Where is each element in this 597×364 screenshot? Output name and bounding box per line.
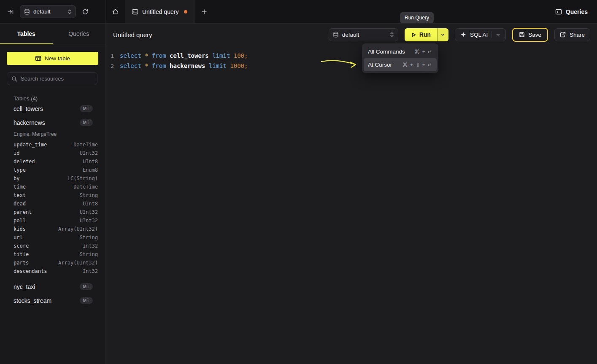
queries-icon [555, 8, 562, 15]
line-number: 1 [105, 53, 114, 59]
query-icon [132, 8, 138, 15]
code-text: select * from hackernews limit 1000; [120, 62, 248, 69]
column-row: timeDateTime [0, 183, 105, 191]
column-type: DateTime [73, 142, 98, 148]
share-button[interactable]: Share [554, 28, 590, 41]
hackernews-columns-list: update_timeDateTimeidUInt32deletedUInt8t… [0, 140, 105, 276]
column-name: dead [14, 201, 26, 207]
column-row: kidsArray(UInt32) [0, 225, 105, 233]
column-name: deleted [14, 159, 35, 164]
column-type: UInt32 [80, 150, 98, 156]
run-button[interactable]: Run [405, 28, 437, 41]
new-tab-button[interactable] [194, 0, 214, 23]
column-name: parts [14, 260, 29, 266]
column-type: String [80, 192, 98, 198]
run-menu-item[interactable]: All Commands⌘ + ↵ [364, 45, 437, 58]
untitled-query-tab[interactable]: Untitled query [125, 0, 194, 23]
table-item-hackernews[interactable]: hackernews MT [0, 116, 105, 129]
column-name: text [14, 192, 26, 198]
sql-ai-button[interactable]: SQL AI [455, 28, 506, 41]
column-name: type [14, 167, 26, 173]
engine-badge: MT [80, 297, 93, 304]
search-input[interactable] [21, 75, 95, 82]
column-type: LC(String) [68, 175, 98, 181]
column-name: update_time [14, 142, 47, 148]
sparkle-icon [460, 32, 466, 38]
column-type: String [80, 251, 98, 257]
home-icon [112, 8, 119, 15]
column-row: typeEnum8 [0, 166, 105, 174]
sql-ai-label: SQL AI [470, 32, 488, 38]
tables-section-header: Tables (4) [14, 95, 92, 102]
clickhouse-sql-console: default Untitled query [0, 0, 597, 364]
plus-icon [201, 9, 207, 15]
new-table-button[interactable]: New table [7, 52, 98, 65]
collapse-sidebar-button[interactable] [5, 6, 16, 17]
column-row: byLC(String) [0, 174, 105, 183]
search-icon [11, 76, 17, 82]
engine-badge: MT [80, 283, 93, 290]
column-name: url [14, 235, 23, 240]
database-selector-value: default [33, 8, 64, 15]
run-label: Run [419, 31, 431, 38]
column-row: idUInt32 [0, 149, 105, 157]
queries-button[interactable]: Queries [555, 8, 588, 15]
engine-badge: MT [80, 119, 93, 126]
column-type: Int32 [83, 268, 98, 274]
run-button-group: Run [405, 28, 448, 41]
column-type: String [80, 235, 98, 240]
topbar-database-selector[interactable]: default [20, 5, 76, 18]
menu-item-shortcut: ⌘ + ↵ [415, 49, 432, 55]
column-row: deletedUInt8 [0, 157, 105, 166]
run-menu-item[interactable]: At Cursor⌘ + ⇧ + ↵ [364, 58, 437, 71]
column-row: titleString [0, 250, 105, 259]
engine-label: Engine: MergeTree [0, 129, 105, 139]
topbar-left: default [0, 0, 105, 23]
column-name: score [14, 243, 29, 249]
column-type: Array(UInt32) [58, 226, 98, 232]
table-name: cell_towers [14, 105, 43, 112]
column-row: scoreInt32 [0, 242, 105, 250]
topbar-right: Queries [555, 0, 597, 23]
home-tab[interactable] [105, 0, 125, 23]
menu-item-label: All Commands [368, 49, 405, 55]
menu-item-shortcut: ⌘ + ⇧ + ↵ [403, 62, 432, 68]
column-name: time [14, 184, 26, 190]
chevron-down-icon [496, 32, 500, 37]
engine-badge: MT [80, 105, 93, 112]
column-row: pollUInt32 [0, 216, 105, 225]
column-name: title [14, 251, 29, 257]
column-type: DateTime [73, 184, 98, 190]
play-icon [411, 32, 416, 38]
database-selector-value: default [342, 32, 386, 38]
queries-label: Queries [566, 8, 588, 15]
run-query-tooltip: Run Query [400, 12, 434, 23]
refresh-button[interactable] [80, 6, 91, 17]
column-name: id [14, 150, 19, 156]
sidebar: Tables Queries New table Tables (4) cell… [0, 24, 105, 364]
table-item-stocks-stream[interactable]: stocks_stream MT [0, 294, 105, 307]
editor-database-selector[interactable]: default [329, 28, 398, 41]
sidebar-tab-queries[interactable]: Queries [53, 24, 105, 44]
column-type: Array(UInt32) [58, 260, 98, 266]
database-icon [333, 32, 339, 38]
save-button[interactable]: Save [512, 28, 548, 42]
header-controls: default Run [329, 28, 590, 42]
main-panel: Untitled query default [105, 24, 597, 364]
chevron-updown-icon [390, 32, 394, 38]
sidebar-tab-tables[interactable]: Tables [0, 24, 53, 44]
column-row: deadUInt8 [0, 200, 105, 208]
column-row: textString [0, 191, 105, 200]
column-row: parentUInt32 [0, 208, 105, 216]
unsaved-changes-dot [184, 10, 187, 13]
column-type: UInt8 [83, 159, 98, 164]
save-icon [519, 32, 525, 38]
run-options-button[interactable] [437, 28, 448, 41]
column-name: by [14, 175, 19, 181]
table-icon [35, 55, 41, 62]
table-item-nyc-taxi[interactable]: nyc_taxi MT [0, 280, 105, 294]
share-icon [560, 32, 566, 38]
column-row: update_timeDateTime [0, 140, 105, 149]
table-item-cell-towers[interactable]: cell_towers MT [0, 102, 105, 116]
chevron-down-icon [440, 32, 445, 37]
